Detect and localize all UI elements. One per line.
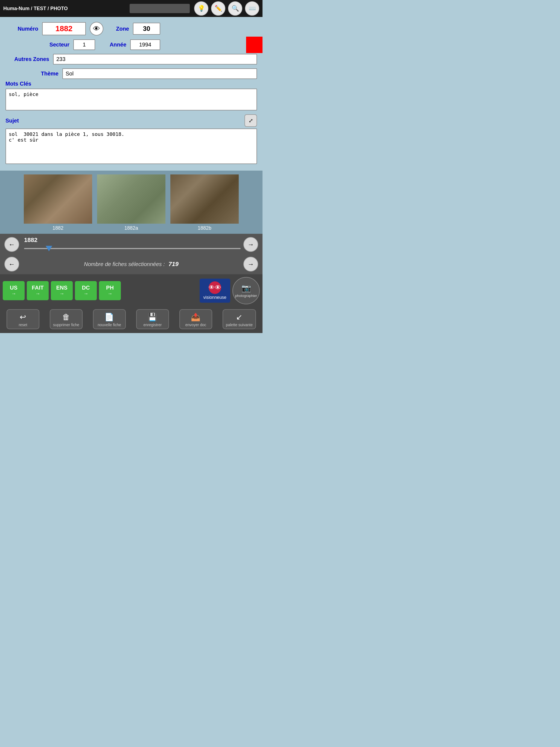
nav-slider-container[interactable] — [24, 245, 240, 252]
right-arrow-icon: → — [248, 241, 254, 248]
top-bar-icons: 💡 ✏️ 🔍 ⌨️ — [194, 1, 259, 16]
secteur-annee-row: Secteur Année — [5, 40, 257, 50]
annee-input[interactable] — [130, 40, 160, 50]
expand-icon: ⤢ — [249, 117, 253, 124]
theme-label: Thème — [15, 71, 58, 77]
reset-label: reset — [19, 323, 27, 327]
save-icon: 💾 — [148, 312, 157, 321]
left-arrow-icon: ← — [8, 241, 15, 248]
photographier-button[interactable]: 📷 photographier — [232, 277, 260, 304]
nouvelle-fiche-button[interactable]: 📄 nouvelle fiche — [93, 309, 126, 329]
palette-suivante-label: palette suivante — [226, 323, 253, 327]
expand-button[interactable]: ⤢ — [245, 114, 257, 127]
reset-button[interactable]: ↩ reset — [6, 309, 40, 329]
nav-next-button[interactable]: → — [244, 237, 258, 252]
left-arrow2-icon: ← — [8, 260, 15, 268]
envoyer-doc-label: envoyer doc — [185, 323, 206, 327]
enregistrer-button[interactable]: 💾 enregistrer — [136, 309, 169, 329]
numero-label: Numéro — [5, 26, 38, 32]
mots-cles-textarea[interactable]: sol, pièce — [5, 88, 257, 110]
navigation-bar: ← 1882 → — [0, 234, 262, 255]
keyboard-icon-button[interactable]: ⌨️ — [245, 1, 259, 16]
autres-zones-label: Autres Zones — [5, 56, 49, 62]
camera-icon: 📷 — [241, 284, 251, 292]
nouvelle-fiche-label: nouvelle fiche — [98, 323, 121, 327]
photo-1882a[interactable] — [97, 175, 166, 224]
secteur-label: Secteur — [42, 42, 70, 48]
main-form: Numéro 👁 Zone Secteur Année Autres Zones… — [0, 17, 262, 171]
palette-suivante-button[interactable]: ↙ palette suivante — [223, 309, 256, 329]
visionneuse-eye-icon: 👁 — [209, 281, 221, 294]
right-arrow2-icon: → — [248, 260, 254, 268]
bulb-icon-button[interactable]: 💡 — [194, 1, 208, 16]
eye-icon: 👁 — [93, 25, 100, 33]
trash-icon: 🗑 — [62, 312, 70, 321]
photo-gallery: 1882 1882a 1882b — [0, 171, 262, 234]
pencil-icon-button[interactable]: ✏️ — [211, 1, 225, 16]
fiches-count: 719 — [169, 261, 179, 267]
doc-n-icon: 📄 — [104, 312, 114, 321]
app-title: Huma-Num / TEST / PHOTO — [3, 6, 130, 11]
fiches-info: Nombre de fiches sélectionnées : 719 — [19, 261, 244, 268]
bottom-bar: ↩ reset 🗑 supprimer fiche 📄 nouvelle fic… — [0, 307, 262, 333]
photo-1882[interactable] — [24, 175, 92, 224]
nav-current-number: 1882 — [24, 236, 37, 243]
photo-label-1882a: 1882a — [124, 225, 138, 231]
palette-icon: ↙ — [236, 312, 242, 321]
color-indicator — [246, 36, 262, 53]
theme-input[interactable] — [62, 68, 257, 79]
action-bar: US → FAIT → ENS → DC → PH → 👁 visionneus… — [0, 274, 262, 307]
sujet-header: Sujet ⤢ — [5, 114, 257, 127]
nav-slider-track — [24, 248, 240, 249]
search-icon-button[interactable]: 🔍 — [228, 1, 242, 16]
sujet-section: Sujet ⤢ sol 30021 dans la pièce 1, sous … — [5, 114, 257, 165]
send-icon: 📤 — [191, 312, 200, 321]
photographier-label: photographier — [235, 294, 257, 298]
autres-zones-input[interactable] — [53, 54, 257, 65]
nav-next2-button[interactable]: → — [244, 257, 258, 272]
nav-center: 1882 — [22, 236, 240, 252]
ph-button[interactable]: PH → — [99, 281, 121, 300]
nav-slider-thumb — [46, 246, 52, 251]
eye-button[interactable]: 👁 — [90, 22, 103, 35]
ens-button[interactable]: ENS → — [51, 281, 73, 300]
gallery-item-1882b: 1882b — [170, 175, 239, 231]
autres-zones-row: Autres Zones — [5, 54, 257, 65]
visionneuse-button[interactable]: 👁 visionneuse — [200, 279, 230, 303]
visionneuse-label: visionneuse — [203, 295, 227, 300]
enregistrer-label: enregistrer — [143, 323, 161, 327]
gallery-item-1882: 1882 — [24, 175, 92, 231]
supprimer-button[interactable]: 🗑 supprimer fiche — [50, 309, 82, 329]
numero-input[interactable] — [42, 22, 86, 35]
mots-cles-label: Mots Clés — [5, 81, 31, 87]
photo-label-1882: 1882 — [52, 225, 63, 231]
numero-zone-row: Numéro 👁 Zone — [5, 22, 257, 35]
reset-icon: ↩ — [20, 312, 26, 321]
theme-motscles-section: Thème Mots Clés sol, pièce — [5, 68, 257, 111]
photo-label-1882b: 1882b — [198, 225, 211, 231]
zone-label: Zone — [107, 26, 129, 32]
supprimer-label: supprimer fiche — [53, 323, 79, 327]
us-button[interactable]: US → — [3, 281, 25, 300]
photo-1882b[interactable] — [170, 175, 239, 224]
zone-input[interactable] — [133, 23, 160, 35]
top-bar: Huma-Num / TEST / PHOTO 💡 ✏️ 🔍 ⌨️ — [0, 0, 262, 17]
nav-prev-button[interactable]: ← — [4, 237, 19, 252]
search-input[interactable] — [130, 4, 190, 13]
theme-row: Thème — [5, 68, 257, 79]
dc-button[interactable]: DC → — [75, 281, 97, 300]
fait-button[interactable]: FAIT → — [27, 281, 49, 300]
secteur-input[interactable] — [73, 40, 95, 50]
fiches-text: Nombre de fiches sélectionnées : — [84, 261, 165, 267]
envoyer-doc-button[interactable]: 📤 envoyer doc — [179, 309, 212, 329]
annee-label: Année — [104, 42, 126, 48]
fiches-bar: ← Nombre de fiches sélectionnées : 719 → — [0, 255, 262, 274]
sujet-textarea[interactable]: sol 30021 dans la pièce 1, sous 30018. c… — [5, 129, 257, 164]
nav-prev2-button[interactable]: ← — [4, 257, 19, 272]
gallery-item-1882a: 1882a — [97, 175, 166, 231]
sujet-label: Sujet — [5, 118, 19, 124]
